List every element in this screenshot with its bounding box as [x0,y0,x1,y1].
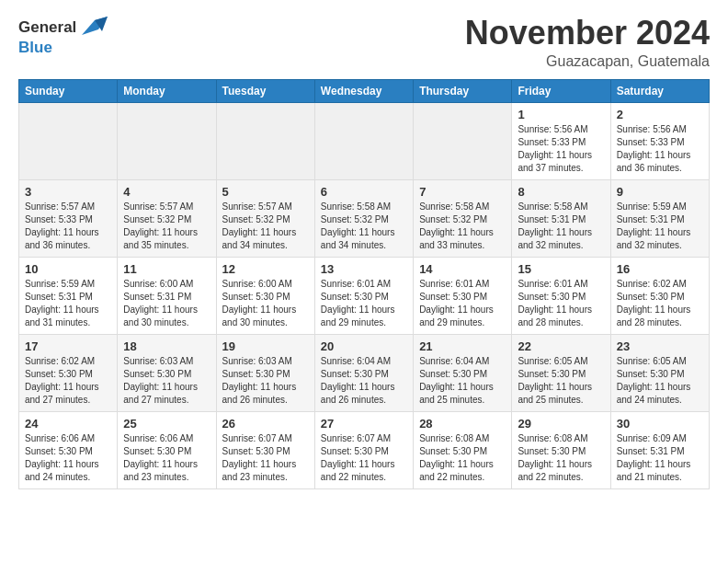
calendar-day-cell: 15Sunrise: 6:01 AM Sunset: 5:30 PM Dayli… [512,257,610,334]
calendar-week-row: 17Sunrise: 6:02 AM Sunset: 5:30 PM Dayli… [19,334,710,411]
calendar-day-cell: 17Sunrise: 6:02 AM Sunset: 5:30 PM Dayli… [19,334,118,411]
day-info: Sunrise: 6:06 AM Sunset: 5:30 PM Dayligh… [25,432,111,484]
calendar-day-cell: 5Sunrise: 5:57 AM Sunset: 5:32 PM Daylig… [216,179,314,257]
day-number: 2 [617,108,703,121]
calendar-day-cell: 29Sunrise: 6:08 AM Sunset: 5:30 PM Dayli… [512,411,610,488]
calendar-week-row: 24Sunrise: 6:06 AM Sunset: 5:30 PM Dayli… [19,411,710,488]
day-number: 12 [222,262,309,276]
calendar-day-cell [216,102,314,179]
calendar-week-row: 3Sunrise: 5:57 AM Sunset: 5:33 PM Daylig… [19,179,710,257]
col-sunday: Sunday [19,79,118,102]
day-number: 23 [617,339,703,353]
calendar-day-cell: 19Sunrise: 6:03 AM Sunset: 5:30 PM Dayli… [216,334,314,411]
calendar-day-cell: 11Sunrise: 6:00 AM Sunset: 5:31 PM Dayli… [118,257,216,334]
day-info: Sunrise: 5:59 AM Sunset: 5:31 PM Dayligh… [617,201,703,252]
col-monday: Monday [118,79,216,102]
day-info: Sunrise: 6:02 AM Sunset: 5:30 PM Dayligh… [617,278,703,329]
day-info: Sunrise: 6:04 AM Sunset: 5:30 PM Dayligh… [321,355,407,407]
calendar-day-cell: 28Sunrise: 6:08 AM Sunset: 5:30 PM Dayli… [414,411,512,488]
calendar-day-cell [414,102,512,179]
calendar-week-row: 1Sunrise: 5:56 AM Sunset: 5:33 PM Daylig… [19,102,710,179]
day-number: 1 [518,108,604,121]
day-info: Sunrise: 5:56 AM Sunset: 5:33 PM Dayligh… [617,123,703,175]
day-number: 30 [617,417,703,431]
day-info: Sunrise: 5:57 AM Sunset: 5:33 PM Dayligh… [25,201,111,252]
day-info: Sunrise: 5:57 AM Sunset: 5:32 PM Dayligh… [222,201,309,252]
day-info: Sunrise: 5:59 AM Sunset: 5:31 PM Dayligh… [25,278,111,329]
logo-bird-icon [82,17,108,39]
day-number: 7 [419,185,506,199]
day-info: Sunrise: 5:56 AM Sunset: 5:33 PM Dayligh… [518,123,604,175]
day-number: 26 [222,417,309,431]
calendar-day-cell: 18Sunrise: 6:03 AM Sunset: 5:30 PM Dayli… [118,334,216,411]
day-number: 5 [222,185,309,199]
calendar-day-cell: 10Sunrise: 5:59 AM Sunset: 5:31 PM Dayli… [19,257,118,334]
day-info: Sunrise: 6:06 AM Sunset: 5:30 PM Dayligh… [123,432,210,484]
calendar-day-cell: 14Sunrise: 6:01 AM Sunset: 5:30 PM Dayli… [414,257,512,334]
day-number: 22 [518,339,604,353]
page: General Blue November 2024 Guazacapan, G… [0,0,728,563]
day-info: Sunrise: 6:08 AM Sunset: 5:30 PM Dayligh… [518,432,604,484]
calendar-day-cell: 6Sunrise: 5:58 AM Sunset: 5:32 PM Daylig… [314,179,413,257]
page-title: November 2024 [465,15,710,52]
day-info: Sunrise: 6:03 AM Sunset: 5:30 PM Dayligh… [123,355,210,407]
calendar-day-cell: 26Sunrise: 6:07 AM Sunset: 5:30 PM Dayli… [216,411,314,488]
day-info: Sunrise: 6:00 AM Sunset: 5:31 PM Dayligh… [123,278,210,329]
calendar-day-cell: 22Sunrise: 6:05 AM Sunset: 5:30 PM Dayli… [512,334,610,411]
day-number: 20 [321,339,407,353]
col-wednesday: Wednesday [314,79,413,102]
calendar-day-cell: 20Sunrise: 6:04 AM Sunset: 5:30 PM Dayli… [314,334,413,411]
calendar-day-cell: 30Sunrise: 6:09 AM Sunset: 5:31 PM Dayli… [610,411,709,488]
calendar-day-cell: 25Sunrise: 6:06 AM Sunset: 5:30 PM Dayli… [118,411,216,488]
day-number: 4 [123,185,210,199]
calendar-day-cell: 24Sunrise: 6:06 AM Sunset: 5:30 PM Dayli… [19,411,118,488]
day-number: 19 [222,339,309,353]
calendar-day-cell: 21Sunrise: 6:04 AM Sunset: 5:30 PM Dayli… [414,334,512,411]
day-number: 28 [419,417,506,431]
day-info: Sunrise: 6:07 AM Sunset: 5:30 PM Dayligh… [222,432,309,484]
day-number: 21 [419,339,506,353]
day-info: Sunrise: 6:09 AM Sunset: 5:31 PM Dayligh… [617,432,703,484]
day-info: Sunrise: 6:00 AM Sunset: 5:30 PM Dayligh… [222,278,309,329]
calendar-week-row: 10Sunrise: 5:59 AM Sunset: 5:31 PM Dayli… [19,257,710,334]
header: General Blue November 2024 Guazacapan, G… [18,15,710,70]
day-info: Sunrise: 6:01 AM Sunset: 5:30 PM Dayligh… [419,278,506,329]
day-number: 16 [617,262,703,276]
day-info: Sunrise: 5:58 AM Sunset: 5:32 PM Dayligh… [321,201,407,252]
calendar-day-cell: 1Sunrise: 5:56 AM Sunset: 5:33 PM Daylig… [512,102,610,179]
day-info: Sunrise: 6:01 AM Sunset: 5:30 PM Dayligh… [518,278,604,329]
col-tuesday: Tuesday [216,79,314,102]
calendar-day-cell [118,102,216,179]
calendar-day-cell: 27Sunrise: 6:07 AM Sunset: 5:30 PM Dayli… [314,411,413,488]
day-info: Sunrise: 5:58 AM Sunset: 5:31 PM Dayligh… [518,201,604,252]
calendar-day-cell: 2Sunrise: 5:56 AM Sunset: 5:33 PM Daylig… [610,102,709,179]
day-info: Sunrise: 6:05 AM Sunset: 5:30 PM Dayligh… [617,355,703,407]
calendar-table: Sunday Monday Tuesday Wednesday Thursday… [18,79,710,489]
day-number: 24 [25,417,111,431]
day-number: 17 [25,339,111,353]
day-number: 9 [617,185,703,199]
calendar-header-row: Sunday Monday Tuesday Wednesday Thursday… [19,79,710,102]
day-info: Sunrise: 6:08 AM Sunset: 5:30 PM Dayligh… [419,432,506,484]
logo-text-blue: Blue [18,39,108,57]
day-info: Sunrise: 6:05 AM Sunset: 5:30 PM Dayligh… [518,355,604,407]
day-info: Sunrise: 6:03 AM Sunset: 5:30 PM Dayligh… [222,355,309,407]
day-number: 13 [321,262,407,276]
day-number: 14 [419,262,506,276]
day-number: 25 [123,417,210,431]
col-thursday: Thursday [414,79,512,102]
col-saturday: Saturday [610,79,709,102]
day-number: 11 [123,262,210,276]
calendar-day-cell [19,102,118,179]
day-number: 8 [518,185,604,199]
day-number: 3 [25,185,111,199]
logo: General Blue [18,18,108,57]
day-number: 10 [25,262,111,276]
day-info: Sunrise: 6:02 AM Sunset: 5:30 PM Dayligh… [25,355,111,407]
day-number: 27 [321,417,407,431]
day-number: 29 [518,417,604,431]
day-info: Sunrise: 6:04 AM Sunset: 5:30 PM Dayligh… [419,355,506,407]
day-info: Sunrise: 6:01 AM Sunset: 5:30 PM Dayligh… [321,278,407,329]
calendar-day-cell: 3Sunrise: 5:57 AM Sunset: 5:33 PM Daylig… [19,179,118,257]
page-subtitle: Guazacapan, Guatemala [465,53,710,70]
